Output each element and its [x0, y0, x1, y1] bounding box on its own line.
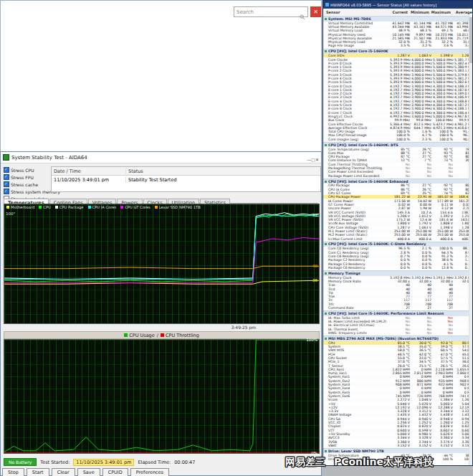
sensor-minimum: 0 RPM	[411, 386, 433, 390]
sensor-row[interactable]: Command Rate2T2T2T2T	[323, 306, 469, 310]
sensor-minimum: 26 °C	[411, 188, 433, 191]
search-input[interactable]: Search	[234, 6, 308, 17]
sensor-maximum: 74 °C	[433, 191, 454, 195]
sensor-minimum: 33.0 °C	[411, 356, 433, 360]
sensor-maximum: No	[433, 166, 454, 170]
sensor-average: 3.152 V	[454, 444, 469, 447]
sensor-maximum: 60.5 °C	[433, 348, 454, 352]
stop-button[interactable]: Stop	[2, 468, 24, 476]
sensor-group-cpu-0-intel-core-i5-14600k-enhanced[interactable]: CPU [#0]: Intel Core i5-14600K Enhanced	[323, 178, 469, 184]
sensor-group-cpu-0-intel-core-i5-14600k-c-state-residency[interactable]: CPU [#0]: Intel Core i5-14600K: C-State …	[323, 242, 469, 247]
sensor-average: 0.944 V	[454, 417, 469, 421]
column-header-current[interactable]: Current	[388, 10, 409, 14]
series-cpu	[4, 214, 319, 282]
sensor-row[interactable]: Core Usages (avg)100.0 %2.3 %100.0 %90.8…	[323, 138, 469, 141]
sensor-minimum: 880 RPM	[411, 379, 433, 383]
sensor-name: Average Effective Clock	[323, 126, 390, 130]
sensor-row[interactable]: Page File Usage3.5 %3.2 %3.6 %3.4 %	[323, 44, 469, 47]
scrollbar[interactable]	[469, 15, 472, 465]
close-button[interactable]: ✕	[310, 6, 321, 17]
sensor-group-memory-timings[interactable]: Memory Timings	[323, 270, 469, 276]
legend-item-cpu-throttling: CPU Throttling	[161, 333, 199, 338]
sensor-group-cpu-0-intel-core-i5-14600k-dts[interactable]: CPU [#0]: Intel Core i5-14600K: DTS	[323, 142, 469, 148]
sensor-average: 0.1 %	[454, 262, 469, 266]
legend-swatch-icon	[88, 206, 91, 209]
value-label: 92	[312, 213, 317, 217]
sensor-average: 80 °C	[454, 188, 469, 191]
sensor-group-cpu-0-intel-core-i5-14600k-performance-limit-reasons[interactable]: CPU [#0]: Intel Core i5-14600K: Performa…	[323, 310, 469, 316]
sensor-row[interactable]: IccMax Current Limit400.0 A400.0 A400.0 …	[323, 237, 469, 240]
column-header-average[interactable]: Average	[452, 10, 473, 14]
sensor-minimum: No	[411, 170, 433, 173]
sensor-average: 2.78 W	[454, 206, 469, 210]
sensor-average: 161.25 W	[454, 199, 469, 203]
checkbox-stress-fpu[interactable]: Stress FPU	[4, 173, 49, 181]
sensor-current: No	[390, 331, 411, 335]
sensor-current: 0.0 %	[390, 266, 411, 270]
watermark-source: 网易差三	[285, 456, 325, 467]
sensor-group-system-msi-ms-7d86[interactable]: System: MSI MS-7D86	[323, 16, 469, 22]
column-header-minimum[interactable]: Minimum	[409, 10, 431, 14]
sensor-minimum: 0.0 %	[411, 251, 433, 254]
series-lexar-ssd-nm790-1tb	[4, 266, 319, 268]
log-row[interactable]: 11/10/2025 3:49:01 pm Stability Test Sta…	[52, 176, 320, 184]
sensor-maximum: 0 RPM	[433, 386, 454, 390]
sensor-minimum: 99.8 MHz	[411, 118, 433, 122]
sensor-current: 88 °C	[390, 151, 411, 155]
sensor-group-drive-lexar-ssd-nm790-1tb[interactable]: Drive: Lexar SSD NM790 1TB	[323, 448, 469, 454]
scrollbar-thumb[interactable]	[469, 17, 472, 63]
cpuid-button[interactable]: CPUID	[102, 468, 128, 476]
sensor-row[interactable]: Package C6 Residency0.0 %0.0 %12.8 %0.3 …	[323, 266, 469, 270]
sensor-name: IA: Thermal Event	[323, 328, 390, 331]
sensor-group-msi-meg-z790-ace-max-ms-7d86-nuvoton-nct6687d[interactable]: MSI MEG Z790 ACE MAX (MS-7D86) (Nuvoton …	[323, 335, 469, 341]
sensor-minimum: No	[411, 320, 433, 323]
sensor-current: 0.600 V	[390, 429, 411, 432]
sensor-current: 4,992.6 MHz	[390, 115, 411, 118]
sensor-average: 5,383.1 MHz	[454, 69, 469, 72]
sensor-maximum: 5,000.0 MHz	[433, 115, 454, 118]
sensor-maximum: 768 RPM	[433, 394, 454, 398]
sensor-group-cpu-0-intel-core-i5-14600k[interactable]: CPU [#0]: Intel Core i5-14600K	[323, 49, 469, 54]
sensor-average: No	[454, 331, 469, 335]
sensor-row[interactable]: Package Power Limit ExceededNoNoNoNo	[323, 173, 469, 177]
start-button[interactable]: Start	[27, 468, 49, 476]
sensor-row[interactable]: VBAT3.152 V3.152 V3.152 V3.152 V	[323, 444, 469, 447]
sensor-minimum: No	[411, 174, 433, 178]
sensor-minimum: 42.0 °C	[411, 353, 433, 356]
sensor-average: No	[454, 170, 469, 173]
column-header-maximum[interactable]: Maximum	[431, 10, 452, 14]
sensor-average: 4,188.8 MHz	[454, 100, 469, 103]
sensor-minimum: 1.063 V	[411, 54, 433, 57]
preferences-button[interactable]: Preferences	[130, 468, 169, 476]
sensor-minimum: 2.3 %	[411, 138, 433, 141]
clear-button[interactable]: Clear	[52, 468, 75, 476]
checkbox-stress-cache[interactable]: Stress cache	[4, 181, 49, 188]
sensor-maximum: Yes	[433, 331, 454, 335]
column-header-sensor[interactable]: Sensor	[323, 10, 388, 14]
sensor-current: 4,192.7 MHz	[390, 85, 411, 88]
sensor-name: PCH	[323, 353, 390, 356]
sensor-name: Core Effective Clocks	[323, 123, 390, 126]
sensor-average: 100 %	[454, 457, 469, 461]
sensor-current: 117	[390, 298, 411, 302]
save-button[interactable]: Save	[77, 468, 100, 476]
sensor-maximum: 64.3 %	[433, 251, 454, 254]
sensor-row[interactable]: RING: Frequency LimitsNoNoYesNo	[323, 331, 469, 335]
sensor-minimum: No	[411, 323, 433, 327]
sensor-minimum: 27 °C	[411, 155, 433, 158]
sensor-minimum: 0.820 V	[411, 424, 433, 428]
close-button[interactable]: ✕	[315, 157, 319, 162]
sensor-current: 4,192.7 MHz	[390, 107, 411, 110]
sensor-current: 1.287 V	[390, 226, 411, 229]
tab-bar: TemperaturesCooling FansVoltagesPowersCl…	[4, 194, 318, 204]
sensor-current: 175.2 W	[390, 218, 411, 222]
checkbox-stress-cpu[interactable]: Stress CPU	[4, 166, 49, 173]
sensor-maximum: 37.5 °C	[433, 360, 454, 363]
sensor-maximum: 1.438 V	[433, 413, 454, 416]
sensor-minimum: 4,000.0 MHz	[411, 77, 433, 80]
aida64-window: System Stability Test - AIDA64 —▢✕ Stres…	[0, 151, 322, 476]
sensor-name: VBAT	[323, 444, 390, 447]
test-started-value: 11/10/2025 3:49:01 pm	[73, 459, 134, 466]
sensor-name: CPU Core Voltage (SVID)	[323, 226, 390, 229]
sensor-name: CPU_Fan1	[323, 368, 390, 371]
